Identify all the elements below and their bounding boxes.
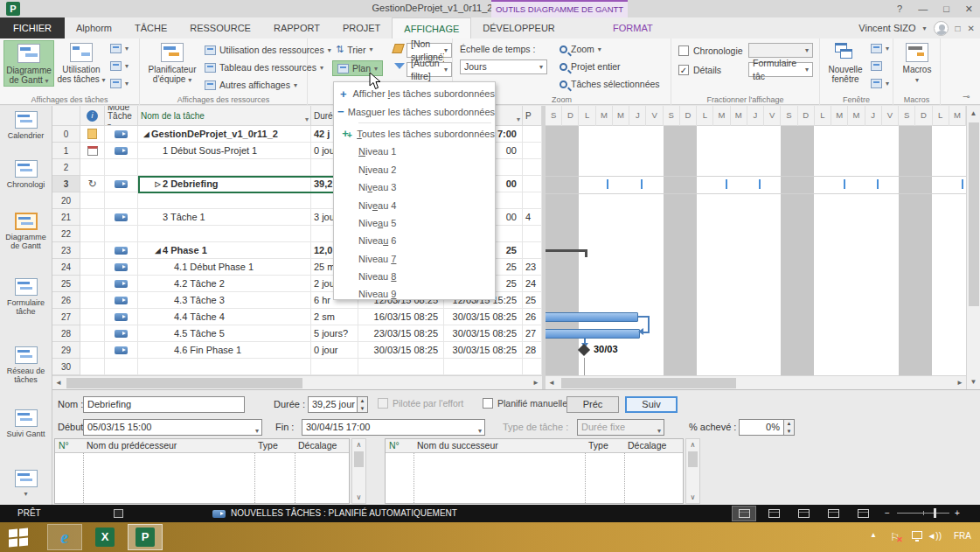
menu-item-niveau-3[interactable]: Niveau 3: [334, 178, 495, 196]
indicator-cell[interactable]: [80, 242, 105, 259]
finish-cell[interactable]: [444, 359, 523, 375]
tab-projet[interactable]: PROJET: [331, 17, 392, 38]
predecessors-column-header[interactable]: P: [523, 106, 542, 126]
vertical-scrollbar[interactable]: ▲ ▼: [966, 106, 980, 389]
predecessors-cell[interactable]: [523, 126, 542, 143]
row-number[interactable]: 20: [52, 192, 80, 209]
new-window-button[interactable]: Nouvelle fenêtre: [824, 40, 867, 84]
duration-cell[interactable]: 0 jour: [311, 342, 358, 359]
predecessors-grid[interactable]: N°Nom du prédécesseurTypeDécalage: [54, 438, 350, 504]
task-name-cell[interactable]: 4.5 Tâche 5: [138, 325, 311, 342]
task-mode-cell[interactable]: [105, 159, 138, 176]
row-number[interactable]: 25: [52, 276, 80, 292]
team-planner-shortcut[interactable]: [792, 507, 815, 521]
ribbon-close-icon[interactable]: ✕: [968, 24, 975, 33]
gantt-horizontal-scrollbar[interactable]: ◄ ►: [546, 375, 966, 389]
help-icon[interactable]: ?: [897, 0, 902, 17]
scroll-down-icon[interactable]: ▼: [967, 378, 980, 386]
task-name-cell[interactable]: [138, 359, 311, 375]
successors-grid[interactable]: N°Nom du successeurTypeDécalage: [385, 438, 684, 504]
pin-ribbon-icon[interactable]: ⊸: [963, 92, 971, 101]
zoom-button[interactable]: Zoom▾: [560, 44, 601, 54]
other-views-button[interactable]: ▾: [110, 79, 129, 88]
link-column-header-nom-du-pr-d-cesseur[interactable]: Nom du prédécesseur: [83, 439, 254, 452]
link-column-header-type[interactable]: Type: [585, 439, 624, 452]
task-mode-cell[interactable]: [105, 192, 138, 209]
indicator-cell[interactable]: [80, 325, 105, 342]
avatar[interactable]: [934, 21, 949, 36]
task-mode-cell[interactable]: [105, 209, 138, 226]
predecessors-cell[interactable]: 4: [523, 209, 542, 226]
predecessors-cell[interactable]: 23: [523, 259, 542, 276]
predecessors-scrollbar[interactable]: ∧∨: [351, 438, 366, 504]
indicator-cell[interactable]: [80, 259, 105, 276]
taskbar-project-icon[interactable]: P: [128, 524, 163, 550]
row-number[interactable]: 1: [52, 143, 80, 159]
indicator-cell[interactable]: [80, 292, 105, 309]
expanded-icon[interactable]: ◢: [142, 130, 151, 138]
scroll-left-icon[interactable]: ◄: [546, 376, 558, 389]
account-dropdown-icon[interactable]: ▾: [923, 24, 927, 32]
indicator-cell[interactable]: [80, 359, 105, 375]
sidebar-item-chronologi[interactable]: Chronologi: [0, 160, 52, 189]
link-column-header-type[interactable]: Type: [254, 439, 295, 452]
table-scroll-thumb[interactable]: [66, 378, 302, 388]
vertical-scroll-thumb[interactable]: [969, 122, 979, 306]
task-name-cell[interactable]: ◢GestionDeProjet_v1_0r11_2: [138, 126, 311, 143]
minimize-icon[interactable]: —: [918, 0, 928, 17]
task-bar-tache5[interactable]: [546, 329, 640, 339]
timeline-checkbox[interactable]: Chronologie: [678, 45, 743, 56]
predecessors-cell[interactable]: 24: [523, 276, 542, 292]
sidebar-more-views[interactable]: ▾: [0, 470, 52, 499]
ribbon-restore-icon[interactable]: □: [956, 24, 961, 33]
start-cell[interactable]: 30/03/15 08:25: [358, 342, 444, 359]
row-number[interactable]: 29: [52, 342, 80, 359]
menu-item-niveau-8[interactable]: Niveau 8: [334, 268, 495, 285]
indicator-cell[interactable]: [80, 192, 105, 209]
menu-item-toutes-les-t-ches-subordonn-es[interactable]: ++Toutes les tâches subordonnées: [334, 125, 495, 143]
menu-item-niveau-4[interactable]: Niveau 4: [334, 196, 495, 213]
scroll-up-icon[interactable]: ▲: [967, 109, 980, 117]
task-name-cell[interactable]: 4.6 Fin Phase 1: [138, 342, 311, 359]
task-bar-tache4[interactable]: [546, 312, 638, 322]
task-name-cell[interactable]: 3 Tâche 1: [138, 209, 311, 226]
filter-icon[interactable]: [394, 63, 405, 69]
scroll-left-icon[interactable]: ◄: [52, 376, 65, 389]
menu-item-niveau-5[interactable]: Niveau 5: [334, 214, 495, 232]
next-button[interactable]: Suiv: [625, 396, 678, 413]
volume-icon[interactable]: ◄)): [927, 531, 942, 541]
indicator-cell[interactable]: [80, 226, 105, 242]
task-mode-cell[interactable]: [105, 242, 138, 259]
link-column-header-n[interactable]: N°: [55, 439, 83, 452]
resource-sheet-shortcut[interactable]: [822, 507, 844, 521]
action-center-flag-icon[interactable]: ⚐✕: [890, 531, 900, 543]
detail-view-combo[interactable]: Formulaire tâc▾: [748, 62, 813, 77]
previous-button[interactable]: Préc: [566, 396, 619, 413]
task-mode-cell[interactable]: [105, 143, 138, 159]
mode-column-header[interactable]: ModeTâche ▾: [105, 106, 138, 126]
task-mode-cell[interactable]: [105, 259, 138, 276]
predecessors-cell[interactable]: 26: [523, 309, 542, 325]
selected-tasks-button[interactable]: Tâches sélectionnées: [560, 79, 660, 89]
row-number[interactable]: 22: [52, 226, 80, 242]
finish-cell[interactable]: 30/03/15 08:25: [444, 325, 523, 342]
schedule-mode-icon[interactable]: [114, 509, 123, 518]
tab-fichier[interactable]: FICHIER: [0, 17, 65, 38]
menu-item-afficher-les-t-ches-subordonn-es[interactable]: +Afficher les tâches subordonnées: [334, 85, 495, 102]
gantt-view-shortcut[interactable]: [733, 507, 755, 521]
menu-item-masquer-les-t-ches-subordonn-es[interactable]: −Masquer les tâches subordonnées: [334, 102, 495, 120]
task-name-cell[interactable]: [138, 159, 311, 176]
taskbar-ie-icon[interactable]: e: [47, 524, 82, 550]
finish-cell[interactable]: 30/03/15 08:25: [444, 342, 523, 359]
menu-item-niveau-7[interactable]: Niveau 7: [334, 250, 495, 268]
network-diagram-button[interactable]: ▾: [110, 44, 129, 53]
new-tasks-status[interactable]: NOUVELLES TÂCHES : PLANIFIÉ AUTOMATIQUEM…: [231, 505, 457, 522]
outline-button[interactable]: Plan▾: [332, 60, 383, 76]
sort-button[interactable]: ⇅Trier▾: [336, 44, 372, 55]
language-indicator[interactable]: FRA: [954, 531, 971, 541]
predecessors-cell[interactable]: [523, 143, 542, 159]
scroll-right-icon[interactable]: ►: [530, 376, 542, 389]
indicator-cell[interactable]: [80, 159, 105, 176]
highlight-combo[interactable]: [Non surligné]▾: [407, 43, 452, 58]
zoom-slider-handle[interactable]: [934, 508, 936, 518]
